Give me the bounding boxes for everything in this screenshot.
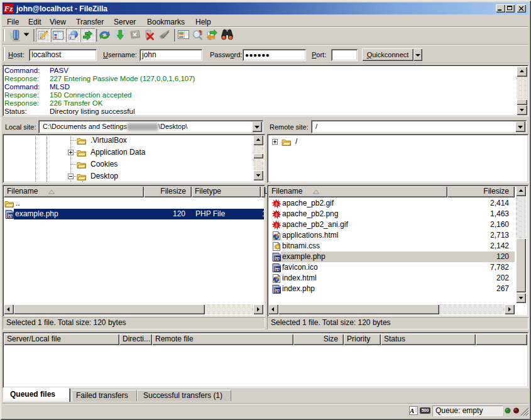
svg-text:Fz: Fz — [4, 4, 13, 13]
svg-text:A: A — [410, 407, 414, 414]
